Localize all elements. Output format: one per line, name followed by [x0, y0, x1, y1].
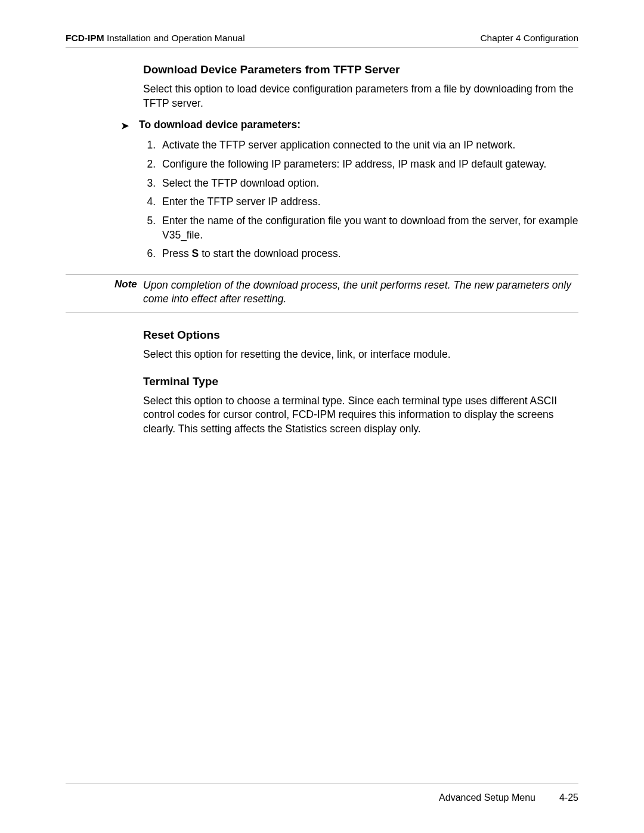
header-left: FCD-IPM Installation and Operation Manua…	[66, 33, 245, 44]
section-title-reset: Reset Options	[143, 329, 578, 342]
note-text: Upon completion of the download process,…	[143, 278, 578, 306]
section-title-terminal: Terminal Type	[143, 375, 578, 388]
footer-menu: Advanced Setup Menu	[439, 792, 535, 803]
step6-key: S	[192, 247, 199, 259]
note-block: Note Upon completion of the download pro…	[66, 274, 578, 313]
manual-title: Installation and Operation Manual	[104, 33, 245, 43]
steps-list: Activate the TFTP server application con…	[143, 138, 578, 261]
reset-paragraph: Select this option for resetting the dev…	[143, 348, 578, 362]
step-item: Enter the TFTP server IP address.	[159, 195, 578, 209]
instruction-row: ➤ To download device parameters:	[120, 119, 578, 134]
intro-paragraph: Select this option to load device config…	[143, 82, 578, 110]
instruction-heading: To download device parameters:	[139, 119, 301, 131]
step6-pre: Press	[162, 247, 192, 259]
footer: Advanced Setup Menu 4-25	[66, 784, 578, 803]
chapter-label: Chapter 4 Configuration	[480, 33, 578, 44]
section-download: Download Device Parameters from TFTP Ser…	[143, 63, 578, 261]
section-reset: Reset Options Select this option for res…	[143, 329, 578, 362]
step-item: Enter the name of the configuration file…	[159, 214, 578, 242]
header: FCD-IPM Installation and Operation Manua…	[66, 33, 578, 48]
step6-post: to start the download process.	[199, 247, 340, 259]
arrow-icon: ➤	[120, 119, 129, 134]
step-item: Configure the following IP parameters: I…	[159, 157, 578, 172]
section-title-download: Download Device Parameters from TFTP Ser…	[143, 63, 578, 76]
product-name: FCD-IPM	[66, 33, 104, 43]
step-item: Press S to start the download process.	[159, 247, 578, 261]
footer-page: 4-25	[559, 792, 578, 803]
terminal-paragraph: Select this option to choose a terminal …	[143, 394, 578, 436]
step-item: Select the TFTP download option.	[159, 176, 578, 191]
page: FCD-IPM Installation and Operation Manua…	[0, 0, 644, 833]
section-terminal: Terminal Type Select this option to choo…	[143, 375, 578, 436]
step-item: Activate the TFTP server application con…	[159, 138, 578, 153]
content: Download Device Parameters from TFTP Ser…	[143, 63, 578, 436]
note-label: Note	[66, 278, 143, 306]
